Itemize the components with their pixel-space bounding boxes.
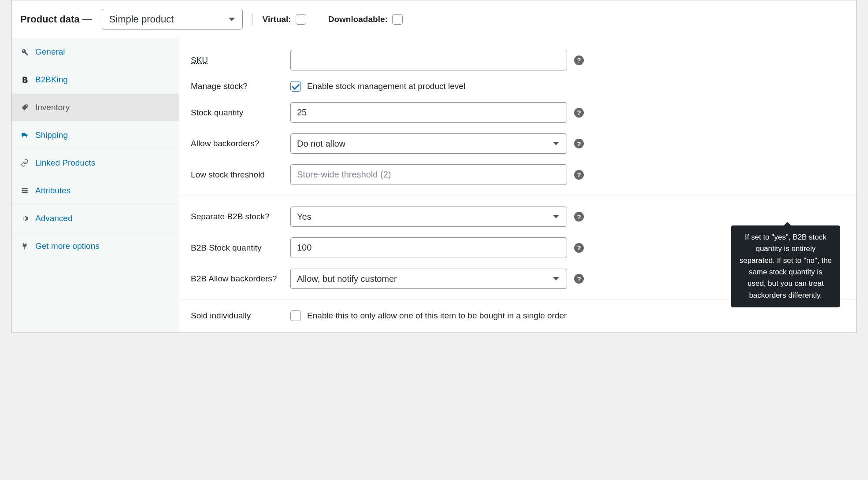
downloadable-group: Downloadable: xyxy=(328,14,403,25)
tab-get-more-options[interactable]: Get more options xyxy=(12,233,179,260)
separator xyxy=(179,196,856,196)
field-stock-qty: Stock quantity ? xyxy=(179,97,856,128)
manage-stock-desc: Enable stock management at product level xyxy=(307,81,465,91)
help-icon[interactable]: ? xyxy=(574,212,584,222)
select-separate-b2b[interactable]: Yes xyxy=(290,207,567,227)
tooltip-text: If set to "yes", B2B stock quantity is e… xyxy=(739,233,832,299)
help-icon[interactable]: ? xyxy=(574,274,584,284)
checkbox-sold-individually[interactable] xyxy=(290,310,301,321)
help-icon[interactable]: ? xyxy=(574,55,584,65)
tab-label: Shipping xyxy=(35,130,68,140)
tab-label: B2BKing xyxy=(35,75,68,85)
downloadable-checkbox[interactable] xyxy=(392,14,403,25)
input-stock-qty[interactable] xyxy=(290,102,567,123)
label-manage-stock: Manage stock? xyxy=(191,81,279,91)
list-icon xyxy=(20,186,29,195)
virtual-checkbox[interactable] xyxy=(296,14,306,25)
tab-label: Linked Products xyxy=(35,158,95,168)
tab-shipping[interactable]: Shipping xyxy=(12,122,179,149)
select-backorders[interactable]: Do not allow xyxy=(290,133,567,154)
manage-stock-label-wrap: Enable stock management at product level xyxy=(290,81,465,92)
content-area: SKU ? Manage stock? Enable stock managem… xyxy=(179,38,856,332)
label-backorders: Allow backorders? xyxy=(191,139,279,148)
svg-rect-0 xyxy=(22,188,28,189)
input-sku[interactable] xyxy=(290,50,567,70)
tab-label: Advanced xyxy=(35,214,73,223)
field-sku: SKU ? xyxy=(179,44,856,76)
label-sku: SKU xyxy=(191,55,279,65)
label-low-stock: Low stock threshold xyxy=(191,170,279,180)
tooltip: If set to "yes", B2B stock quantity is e… xyxy=(731,225,840,307)
panel-body: General B2BKing Inventory Shipping Linke… xyxy=(12,38,856,332)
field-low-stock: Low stock threshold ? xyxy=(179,159,856,190)
panel-title: Product data — xyxy=(20,14,92,25)
downloadable-label: Downloadable: xyxy=(328,15,388,24)
tab-inventory[interactable]: Inventory xyxy=(12,94,179,122)
label-separate-b2b: Separate B2B stock? xyxy=(191,212,279,222)
field-backorders: Allow backorders? Do not allow ? xyxy=(179,128,856,159)
tab-b2bking[interactable]: B2BKing xyxy=(12,66,179,94)
label-b2b-backorders: B2B Allow backorders? xyxy=(191,274,279,284)
label-stock-qty: Stock quantity xyxy=(191,108,279,118)
tabs-sidebar: General B2BKing Inventory Shipping Linke… xyxy=(12,38,179,332)
sold-individually-desc: Enable this to only allow one of this it… xyxy=(307,311,567,321)
svg-rect-2 xyxy=(22,192,28,193)
b-bold-icon xyxy=(20,75,29,84)
link-icon xyxy=(20,159,29,167)
gear-icon xyxy=(20,214,29,223)
input-b2b-qty[interactable] xyxy=(290,237,567,258)
tag-icon xyxy=(20,103,29,112)
plug-icon xyxy=(20,242,29,251)
checkbox-manage-stock[interactable] xyxy=(290,81,301,92)
sold-individually-wrap: Enable this to only allow one of this it… xyxy=(290,310,567,321)
svg-rect-1 xyxy=(22,190,28,192)
separator xyxy=(252,13,253,26)
truck-icon xyxy=(20,131,29,140)
field-manage-stock: Manage stock? Enable stock management at… xyxy=(179,76,856,97)
tab-label: Inventory xyxy=(35,103,70,112)
help-icon[interactable]: ? xyxy=(574,108,584,118)
tab-label: Get more options xyxy=(35,241,100,251)
tab-label: Attributes xyxy=(35,186,70,196)
input-low-stock[interactable] xyxy=(290,164,567,185)
help-icon[interactable]: ? xyxy=(574,243,584,253)
tab-linked-products[interactable]: Linked Products xyxy=(12,149,179,177)
help-icon[interactable]: ? xyxy=(574,170,584,180)
label-sold-individually: Sold individually xyxy=(191,311,279,321)
label-b2b-qty: B2B Stock quantity xyxy=(191,243,279,253)
virtual-label: Virtual: xyxy=(263,15,291,24)
tab-general[interactable]: General xyxy=(12,38,179,66)
panel-header: Product data — Simple product Virtual: D… xyxy=(12,0,856,38)
field-sold-individually: Sold individually Enable this to only al… xyxy=(179,305,856,326)
wrench-icon xyxy=(20,48,29,56)
help-icon[interactable]: ? xyxy=(574,139,584,148)
product-data-panel: Product data — Simple product Virtual: D… xyxy=(11,0,857,333)
tab-attributes[interactable]: Attributes xyxy=(12,177,179,205)
product-type-select[interactable]: Simple product xyxy=(102,9,243,30)
select-b2b-backorders[interactable]: Allow, but notify customer xyxy=(290,269,567,289)
tab-advanced[interactable]: Advanced xyxy=(12,205,179,233)
virtual-group: Virtual: xyxy=(263,14,306,25)
tab-label: General xyxy=(35,47,65,57)
